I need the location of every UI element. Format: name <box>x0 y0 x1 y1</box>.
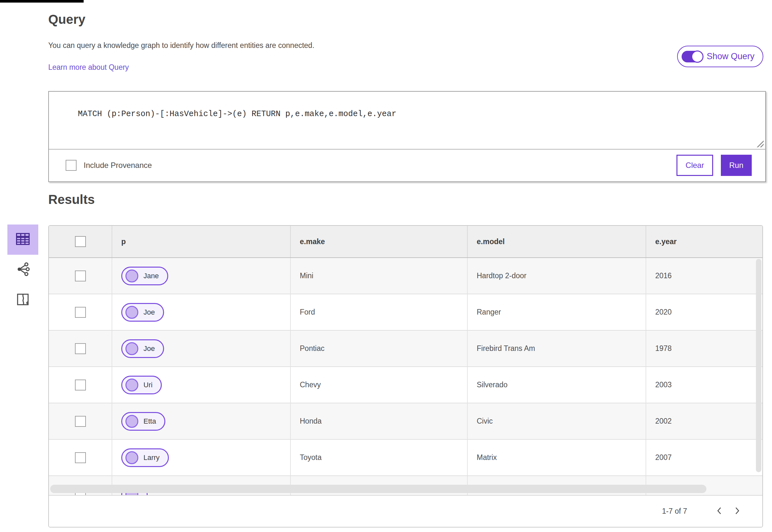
results-table-panel: p e.make e.model e.year Jane Mini Hardto… <box>48 225 763 527</box>
include-provenance-label: Include Provenance <box>84 161 152 170</box>
query-panel-footer: Include Provenance Clear Run <box>49 150 765 181</box>
table-row: Uri Chevy Silverado 2003 <box>49 367 762 403</box>
pagination-range-label: 1-7 of 7 <box>662 507 687 516</box>
table-row: Larry Toyota Matrix 2007 <box>49 440 762 476</box>
learn-more-link[interactable]: Learn more about Query <box>48 63 129 72</box>
entity-pill[interactable]: Joe <box>121 339 164 358</box>
cell-year: 2002 <box>646 403 762 439</box>
cell-make: Toyota <box>290 440 467 475</box>
cell-make: Mini <box>290 258 467 294</box>
entity-pill[interactable]: Larry <box>121 448 169 467</box>
table-row: Etta Honda Civic 2002 <box>49 403 762 440</box>
link-chart-view-button[interactable] <box>7 255 38 285</box>
include-provenance-checkbox[interactable] <box>66 160 77 171</box>
row-checkbox[interactable] <box>75 452 86 463</box>
clear-button[interactable]: Clear <box>676 155 713 176</box>
entity-pill[interactable]: Uri <box>121 376 162 394</box>
cell-year: 2007 <box>646 440 762 475</box>
cell-year: 2003 <box>646 367 762 403</box>
row-checkbox[interactable] <box>75 343 86 354</box>
window-edge-bar <box>0 0 84 3</box>
cell-make: Pontiac <box>290 331 467 366</box>
cell-model: Silverado <box>467 367 646 403</box>
toggle-switch-icon[interactable] <box>682 51 703 62</box>
entity-pill[interactable]: Joe <box>121 303 164 322</box>
cell-model: Hardtop 2-door <box>467 258 646 294</box>
table-pagination: 1-7 of 7 <box>49 495 762 527</box>
table-view-button[interactable] <box>7 225 38 255</box>
column-header-e-year[interactable]: e.year <box>646 226 762 257</box>
show-query-label: Show Query <box>707 51 755 61</box>
row-checkbox[interactable] <box>75 271 86 281</box>
query-input[interactable]: MATCH (p:Person)-[:HasVehicle]->(e) RETU… <box>49 92 765 150</box>
select-all-checkbox[interactable] <box>75 236 86 247</box>
vertical-scrollbar[interactable] <box>756 259 761 472</box>
page-description: You can query a knowledge graph to ident… <box>48 41 314 50</box>
cell-model: Ranger <box>467 294 646 330</box>
entity-node-icon <box>125 415 138 428</box>
cell-model: Civic <box>467 403 646 439</box>
cell-year: 1978 <box>646 331 762 366</box>
cell-model: Firebird Trans Am <box>467 331 646 366</box>
table-body: Jane Mini Hardtop 2-door 2016 Joe Ford R… <box>49 258 762 495</box>
row-checkbox[interactable] <box>75 416 86 427</box>
results-heading: Results <box>48 192 95 207</box>
entity-node-icon <box>125 306 138 319</box>
cell-year: 2020 <box>646 294 762 330</box>
include-provenance-option[interactable]: Include Provenance <box>66 160 152 171</box>
page-title: Query <box>48 12 86 27</box>
entity-node-icon <box>125 379 138 391</box>
textarea-resize-handle[interactable] <box>757 140 764 147</box>
chevron-right-icon <box>734 506 741 517</box>
row-checkbox[interactable] <box>75 307 86 318</box>
entity-pill[interactable]: Etta <box>121 412 165 431</box>
toggle-knob <box>691 50 703 63</box>
table-view-icon <box>14 231 31 249</box>
map-view-button[interactable] <box>7 285 38 315</box>
column-header-e-model[interactable]: e.model <box>467 226 646 257</box>
table-row: Jane Mini Hardtop 2-door 2016 <box>49 258 762 294</box>
entity-pill[interactable]: Jane <box>121 267 168 285</box>
table-row: Joe Ford Ranger 2020 <box>49 294 762 331</box>
pagination-next-button[interactable] <box>728 502 746 520</box>
cell-year: 2016 <box>646 258 762 294</box>
cell-make: Chevy <box>290 367 467 403</box>
row-checkbox[interactable] <box>75 380 86 390</box>
cell-make: Honda <box>290 403 467 439</box>
pagination-prev-button[interactable] <box>710 502 728 520</box>
map-view-icon <box>15 292 30 308</box>
run-button[interactable]: Run <box>721 155 752 176</box>
results-view-rail <box>7 225 38 315</box>
column-header-e-make[interactable]: e.make <box>290 226 467 257</box>
table-row: Joe Pontiac Firebird Trans Am 1978 <box>49 331 762 367</box>
column-header-p[interactable]: p <box>112 226 290 257</box>
table-header-row: p e.make e.model e.year <box>49 226 762 258</box>
horizontal-scrollbar[interactable] <box>50 485 706 493</box>
chevron-left-icon <box>716 506 723 517</box>
query-panel: MATCH (p:Person)-[:HasVehicle]->(e) RETU… <box>48 91 766 182</box>
cell-model: Matrix <box>467 440 646 475</box>
entity-node-icon <box>125 342 138 355</box>
entity-node-icon <box>125 451 138 464</box>
show-query-toggle[interactable]: Show Query <box>677 46 763 67</box>
query-text: MATCH (p:Person)-[:HasVehicle]->(e) RETU… <box>78 109 396 119</box>
entity-node-icon <box>125 270 138 282</box>
link-chart-view-icon <box>15 261 31 278</box>
cell-make: Ford <box>290 294 467 330</box>
